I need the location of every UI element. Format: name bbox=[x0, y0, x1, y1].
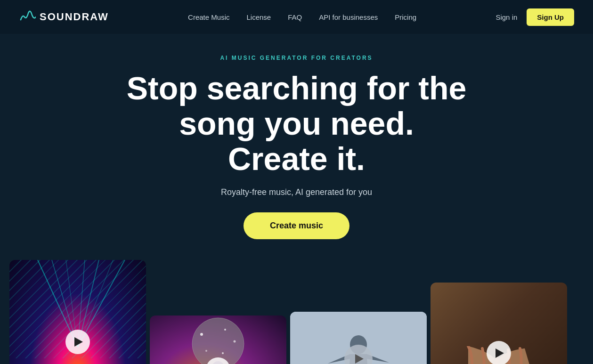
hero-subtitle: AI MUSIC GENERATOR FOR CREATORS bbox=[19, 55, 574, 61]
nav-create-music[interactable]: Create Music bbox=[188, 13, 229, 21]
svg-point-18 bbox=[224, 329, 226, 331]
hero-section: AI MUSIC GENERATOR FOR CREATORS Stop sea… bbox=[0, 34, 593, 260]
gallery-concert bbox=[9, 260, 146, 364]
nav-actions: Sign in Sign Up bbox=[496, 8, 574, 26]
svg-point-21 bbox=[222, 352, 224, 354]
create-music-button[interactable]: Create music bbox=[244, 212, 349, 239]
gallery-piano bbox=[431, 283, 567, 364]
nav-faq[interactable]: FAQ bbox=[288, 13, 302, 21]
hero-title-line2: Create it. bbox=[228, 141, 365, 177]
hero-title: Stop searching for the song you need. Cr… bbox=[85, 71, 509, 176]
navbar: SOUNDRAW Create Music License FAQ API fo… bbox=[0, 0, 593, 34]
nav-api[interactable]: API for businesses bbox=[319, 13, 378, 21]
gallery bbox=[0, 260, 593, 364]
play-button-piano[interactable] bbox=[487, 341, 511, 364]
svg-point-19 bbox=[234, 340, 236, 343]
signin-button[interactable]: Sign in bbox=[496, 13, 517, 21]
svg-point-20 bbox=[205, 350, 207, 352]
hero-description: Royalty-free music, AI generated for you bbox=[19, 187, 574, 197]
hero-title-line1: Stop searching for the song you need. bbox=[127, 70, 467, 141]
logo-text: SOUNDRAW bbox=[40, 11, 109, 23]
gallery-disco bbox=[150, 315, 286, 364]
nav-links: Create Music License FAQ API for busines… bbox=[188, 13, 416, 21]
nav-license[interactable]: License bbox=[246, 13, 271, 21]
logo[interactable]: SOUNDRAW bbox=[19, 10, 109, 24]
svg-point-15 bbox=[192, 318, 244, 364]
gallery-minimal bbox=[290, 312, 427, 364]
signup-button[interactable]: Sign Up bbox=[527, 8, 574, 26]
nav-pricing[interactable]: Pricing bbox=[395, 13, 416, 21]
play-button-concert[interactable] bbox=[65, 330, 90, 354]
svg-point-17 bbox=[200, 333, 203, 336]
